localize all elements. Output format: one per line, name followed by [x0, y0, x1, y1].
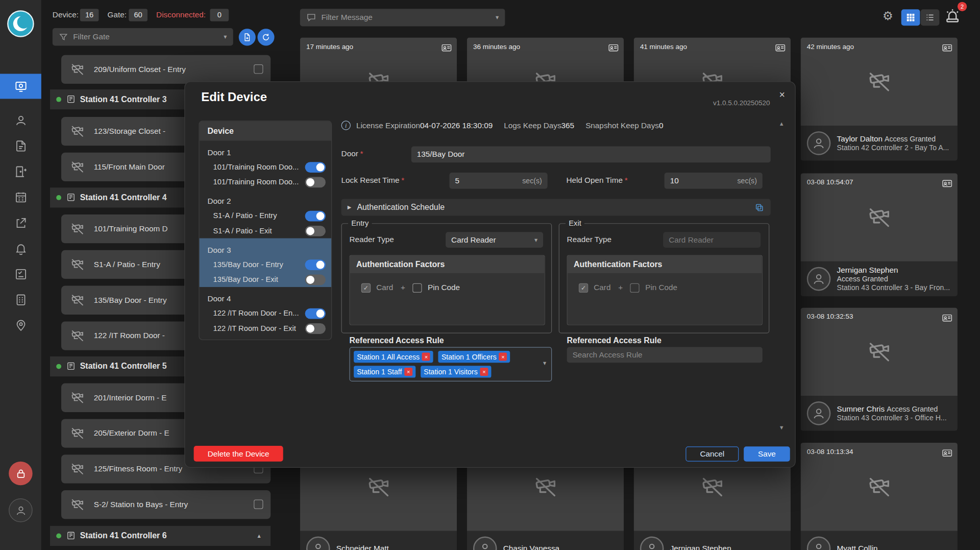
- rail-item-monitoring[interactable]: [0, 74, 41, 99]
- avatar: [807, 131, 831, 155]
- auth-schedule-section[interactable]: ▶ Authentication Schedule: [341, 199, 771, 216]
- entry-reader-type-select[interactable]: Card Reader ▾: [446, 232, 543, 248]
- camera-off-icon: [70, 222, 84, 236]
- controller-group-row[interactable]: Station 41 Controller 6 ▴: [50, 526, 271, 546]
- door-enable-toggle[interactable]: [305, 162, 326, 173]
- door-enable-toggle[interactable]: [305, 210, 326, 221]
- exit-access-rule-search[interactable]: [567, 347, 763, 363]
- rail-item-checklist[interactable]: [0, 261, 41, 286]
- door-field-label: Door*: [341, 150, 363, 158]
- collapse-chevron-icon[interactable]: ▴: [257, 526, 260, 546]
- camera-tile[interactable]: 03-08 10:13:34 Myatt Collin: [801, 443, 958, 550]
- save-button[interactable]: Save: [744, 446, 790, 461]
- camera-feed[interactable]: 03-08 10:32:53: [801, 307, 958, 396]
- door-enable-toggle[interactable]: [305, 323, 326, 333]
- rail-item-intercom[interactable]: [0, 287, 41, 312]
- close-icon[interactable]: ×: [779, 89, 785, 101]
- camera-tile[interactable]: 03-08 10:54:07 Jernigan Stephen Access G…: [801, 173, 958, 296]
- notification-badge: 2: [958, 2, 967, 11]
- exit-legend: Exit: [566, 219, 584, 228]
- door-group-label[interactable]: Door 4: [200, 291, 331, 305]
- rail-item-device-schedule[interactable]: [0, 184, 41, 209]
- camera-feed[interactable]: 03-08 10:54:07: [801, 173, 958, 261]
- gate-row[interactable]: 209/Uniform Closet - Entry: [61, 55, 271, 84]
- lock-reset-field[interactable]: sec(s): [449, 173, 547, 189]
- filter-message-select[interactable]: ▾: [300, 9, 505, 26]
- lockdown-button[interactable]: [9, 462, 33, 486]
- camera-tile[interactable]: 42 minutes ago Taylor Dalton Access Gran…: [801, 37, 958, 160]
- door-channel[interactable]: 101/Training Room Doo...: [200, 175, 331, 189]
- filter-gate-select[interactable]: ▾: [53, 28, 233, 45]
- disconnected-count-label: Disconnected:: [156, 9, 206, 21]
- door-group-4: Door 4 122 /IT Room Door - En... 122 /IT…: [200, 287, 331, 336]
- grid-view-button[interactable]: [901, 9, 920, 26]
- entry-access-rule-multiselect[interactable]: Station 1 All Access× Station 1 Officers…: [349, 347, 552, 381]
- door-name-input[interactable]: [417, 150, 765, 159]
- delete-device-button[interactable]: Delete the Device: [194, 446, 283, 462]
- lock-reset-input[interactable]: [455, 176, 519, 185]
- door-enable-toggle[interactable]: [305, 274, 326, 285]
- camera-off-icon: [700, 475, 724, 499]
- filter-gate-input[interactable]: [73, 33, 218, 41]
- exit-reader-type-select: Card Reader: [663, 232, 761, 248]
- camera-feed[interactable]: 42 minutes ago: [801, 37, 958, 126]
- held-open-field[interactable]: sec(s): [665, 173, 763, 189]
- settings-gear-icon[interactable]: ⚙: [883, 9, 893, 23]
- door-group-label[interactable]: Door 1: [200, 145, 331, 159]
- door-enable-toggle[interactable]: [305, 177, 326, 187]
- remove-tag-icon[interactable]: ×: [499, 353, 507, 361]
- remove-tag-icon[interactable]: ×: [480, 368, 488, 376]
- door-channel[interactable]: 135/Bay Door - Exit: [200, 272, 331, 287]
- camera-off-icon: [70, 426, 84, 440]
- chat-bubble-icon: [306, 12, 316, 22]
- rail-item-door-control[interactable]: [0, 159, 41, 184]
- rail-item-notifications[interactable]: [0, 236, 41, 261]
- door-channel[interactable]: 122 /IT Room Door - En...: [200, 306, 331, 321]
- scroll-down-icon[interactable]: ▼: [779, 424, 785, 431]
- card-checkbox: ✓: [361, 283, 371, 293]
- cancel-button[interactable]: Cancel: [685, 446, 739, 461]
- held-open-input[interactable]: [670, 176, 734, 185]
- door-channel[interactable]: S1-A / Patio - Exit: [200, 223, 331, 238]
- entry-referenced-rule-label: Referenced Access Rule: [349, 336, 444, 345]
- gate-row-checkbox[interactable]: [254, 64, 263, 74]
- camera-feed[interactable]: 03-08 10:13:34: [801, 443, 958, 531]
- pin-code-checkbox[interactable]: [413, 283, 422, 293]
- event-info: Sumner Chris Access Granted Station 43 C…: [801, 396, 958, 431]
- copy-schedule-icon[interactable]: [754, 202, 765, 212]
- camera-tile[interactable]: 03-08 10:32:53 Sumner Chris Access Grant…: [801, 307, 958, 431]
- gate-row[interactable]: S-2/ Station to Bays - Entry: [61, 490, 271, 519]
- camera-off-icon: [70, 293, 84, 307]
- door-group-2: Door 2 S1-A / Patio - Entry S1-A / Patio…: [200, 189, 331, 238]
- user-profile-button[interactable]: [9, 498, 33, 522]
- avatar: [640, 537, 664, 550]
- license-info-row: i License Expiration04-07-2026 18:30:09 …: [341, 121, 664, 130]
- scroll-up-icon[interactable]: ▲: [779, 121, 785, 127]
- door-channel[interactable]: 135/Bay Door - Entry: [200, 257, 331, 272]
- filter-message-input[interactable]: [321, 13, 491, 22]
- door-name-field[interactable]: [411, 147, 771, 163]
- door-channel[interactable]: 122 /IT Room Door - Exit: [200, 321, 331, 336]
- remove-tag-icon[interactable]: ×: [422, 353, 430, 361]
- rail-item-export[interactable]: [0, 210, 41, 235]
- gate-row-checkbox[interactable]: [254, 499, 263, 509]
- rail-item-locations[interactable]: [0, 313, 41, 338]
- door-group-label[interactable]: Door 3: [200, 242, 331, 257]
- door-channel[interactable]: 101/Training Room Doo...: [200, 159, 331, 174]
- rail-item-users[interactable]: [0, 108, 41, 133]
- door-channel[interactable]: S1-A / Patio - Entry: [200, 208, 331, 223]
- id-card-icon: [942, 178, 952, 189]
- access-rule-search-input[interactable]: [573, 350, 757, 359]
- list-view-button[interactable]: [921, 9, 940, 26]
- rail-item-audit-log[interactable]: [0, 133, 41, 158]
- refresh-button[interactable]: [257, 29, 274, 45]
- online-status-dot: [56, 97, 61, 102]
- remove-tag-icon[interactable]: ×: [404, 368, 412, 376]
- snapshot-button[interactable]: [239, 29, 256, 45]
- alarm-button[interactable]: [944, 8, 961, 25]
- door-enable-toggle[interactable]: [305, 259, 326, 270]
- door-group-label[interactable]: Door 2: [200, 193, 331, 208]
- info-icon: i: [341, 121, 351, 130]
- door-enable-toggle[interactable]: [305, 225, 326, 236]
- door-enable-toggle[interactable]: [305, 308, 326, 319]
